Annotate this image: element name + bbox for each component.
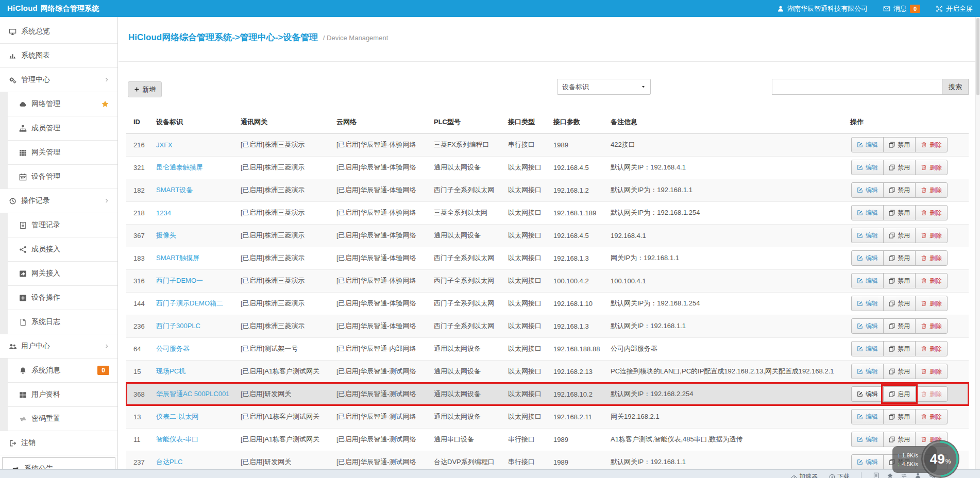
edit-button[interactable]: 编辑 (851, 160, 884, 175)
account-menu[interactable]: 湖南华辰智通科技有限公司 (777, 4, 868, 13)
disable-button[interactable]: 禁用 (883, 273, 916, 288)
sidebar-item-管理中心[interactable]: 管理中心 (0, 68, 117, 92)
delete-button[interactable]: 删除 (915, 228, 948, 243)
trash-icon (921, 187, 927, 193)
action-button-group: 编辑禁用删除 (851, 296, 948, 311)
sidebar-item-设备管理[interactable]: 设备管理 (8, 165, 117, 189)
sidebar-item-系统消息[interactable]: 系统消息0 (8, 358, 117, 383)
device-link[interactable]: 西门子演示DEMO箱二 (156, 299, 223, 307)
device-link[interactable]: 公司服务器 (156, 345, 190, 352)
accelerator-item[interactable]: 加速器 (791, 472, 818, 478)
delete-button[interactable]: 删除 (915, 341, 948, 356)
add-device-button[interactable]: 新增 (128, 81, 162, 97)
edit-button[interactable]: 编辑 (851, 364, 884, 379)
sidebar-item-网关接入[interactable]: 网关接入 (8, 262, 117, 286)
sidebar-item-label: 系统消息 (31, 366, 60, 375)
edit-button[interactable]: 编辑 (851, 432, 884, 447)
search-button[interactable]: 搜索 (942, 79, 969, 95)
device-link[interactable]: 智能仪表-串口 (156, 435, 198, 443)
vertical-scrollbar[interactable] (975, 17, 980, 469)
edit-button[interactable]: 编辑 (851, 273, 884, 288)
edit-button[interactable]: 编辑 (851, 182, 884, 198)
edit-button[interactable]: 编辑 (851, 454, 884, 470)
progress-circle[interactable]: 49 % (921, 440, 959, 478)
button-label: 编辑 (866, 345, 878, 353)
delete-button[interactable]: 删除 (915, 160, 948, 175)
edit-button[interactable]: 编辑 (851, 318, 884, 334)
device-link[interactable]: SMART设备 (156, 186, 193, 194)
device-link[interactable]: 昆仑通泰触摸屏 (156, 163, 203, 171)
sidebar-item-操作记录[interactable]: 操作记录 (0, 189, 117, 213)
speed-overlay-widget[interactable]: ↑ 1.9K/s ↓ 4.5K/s 49 % (890, 439, 978, 478)
disable-button[interactable]: 禁用 (883, 250, 916, 266)
disable-button[interactable]: 禁用 (883, 341, 916, 356)
device-link[interactable]: 西门子300PLC (156, 322, 200, 330)
cell-plc-model: 西门子全系列以太网 (432, 315, 506, 337)
delete-button[interactable]: 删除 (915, 205, 948, 220)
fullscreen-toggle[interactable]: 开启全屏 (936, 4, 973, 13)
delete-button[interactable]: 删除 (915, 386, 948, 402)
table-row: 11智能仪表-串口[已启用]A1栋客户测试网关[已启用]华辰智通-测试网络通用串… (126, 428, 969, 451)
edit-button[interactable]: 编辑 (851, 296, 884, 311)
sidebar-item-成员管理[interactable]: 成员管理 (8, 116, 117, 141)
sidebar-item-网络管理[interactable]: 网络管理 (8, 92, 117, 116)
messages-menu[interactable]: 消息 0 (883, 4, 920, 13)
disable-button[interactable]: 禁用 (883, 296, 916, 311)
delete-button[interactable]: 删除 (915, 182, 948, 198)
sidebar-item-用户中心[interactable]: 用户中心 (0, 334, 117, 358)
edit-button[interactable]: 编辑 (851, 250, 884, 266)
disable-button[interactable]: 禁用 (883, 205, 916, 220)
device-link[interactable]: 华辰智通AC 500PLC001 (156, 390, 229, 398)
sidebar-item-网关管理[interactable]: 网关管理 (8, 141, 117, 165)
scrollbar-thumb[interactable] (976, 18, 979, 95)
delete-button[interactable]: 删除 (915, 250, 948, 266)
device-link[interactable]: 1234 (156, 209, 171, 217)
search-input[interactable] (772, 79, 942, 95)
sidebar-item-系统图表[interactable]: 系统图表 (0, 44, 117, 68)
device-link[interactable]: JXFX (156, 141, 173, 149)
device-link[interactable]: 西门子DEMO一 (156, 277, 203, 284)
device-link[interactable]: 现场PC机 (156, 367, 185, 375)
disable-button[interactable]: 禁用 (883, 228, 916, 243)
edit-button[interactable]: 编辑 (851, 409, 884, 424)
button-label: 删除 (930, 345, 942, 353)
sidebar-item-管理记录[interactable]: 管理记录 (8, 213, 117, 237)
sidebar-item-注销[interactable]: 注销 (0, 431, 117, 455)
disable-button[interactable]: 禁用 (883, 137, 916, 152)
delete-button[interactable]: 删除 (915, 318, 948, 334)
delete-button[interactable]: 删除 (915, 137, 948, 152)
disable-button[interactable]: 禁用 (883, 160, 916, 175)
disable-button[interactable]: 禁用 (883, 364, 916, 379)
breadcrumb: HiCloud网络综合管理系统->管理中心->设备管理 / Device Man… (119, 17, 980, 62)
edit-button[interactable]: 编辑 (851, 228, 884, 243)
edit-button[interactable]: 编辑 (851, 205, 884, 220)
delete-button[interactable]: 删除 (915, 273, 948, 288)
delete-button[interactable]: 删除 (915, 409, 948, 424)
sidebar-item-设备操作[interactable]: 设备操作 (8, 286, 117, 310)
enable-button[interactable]: 启用 (883, 386, 916, 402)
sidebar-item-用户资料[interactable]: 用户资料 (8, 383, 117, 407)
edit-button[interactable]: 编辑 (851, 137, 884, 152)
device-link[interactable]: 仪表二-以太网 (156, 413, 198, 420)
sidebar-item-系统总览[interactable]: 系统总览 (0, 20, 117, 44)
sidebar-item-成员接入[interactable]: 成员接入 (8, 237, 117, 262)
clone-icon (889, 142, 895, 148)
device-link[interactable]: 台达PLC (156, 458, 182, 466)
cell-cloud-network: [已启用]华辰智通-体验网络 (334, 224, 432, 247)
disable-button[interactable]: 禁用 (883, 318, 916, 334)
disable-button[interactable]: 禁用 (883, 182, 916, 198)
download-item[interactable]: 下载 (829, 472, 850, 478)
edit-button[interactable]: 编辑 (851, 386, 884, 402)
sidebar-item-系统日志[interactable]: 系统日志 (8, 310, 117, 334)
sidebar-item-密码重置[interactable]: 密码重置 (8, 407, 117, 431)
disable-button[interactable]: 禁用 (883, 409, 916, 424)
delete-button[interactable]: 删除 (915, 296, 948, 311)
delete-button[interactable]: 删除 (915, 364, 948, 379)
action-button-group: 编辑禁用删除 (851, 318, 948, 334)
filter-field-select[interactable]: 设备标识 (557, 79, 651, 95)
cell-actions: 编辑禁用删除 (848, 315, 969, 337)
device-link[interactable]: SMART触摸屏 (156, 254, 199, 262)
clipboard-icon[interactable] (873, 472, 880, 478)
device-link[interactable]: 摄像头 (156, 231, 176, 239)
edit-button[interactable]: 编辑 (851, 341, 884, 356)
